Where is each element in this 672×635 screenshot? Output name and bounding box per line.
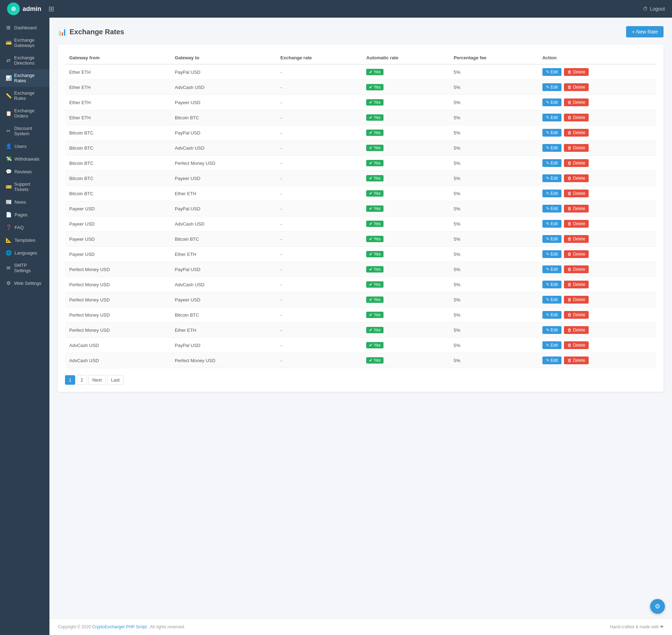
col-header-gateway_from: Gateway from <box>65 52 171 64</box>
sidebar-item-withdrawals[interactable]: 💸 Withdrawals <box>0 152 49 165</box>
sidebar-icon-pages: 📄 <box>6 212 12 217</box>
footer-link[interactable]: CryptoExchanger PHP Script <box>92 624 147 629</box>
cell-gateway-from: Bitcoin BTC <box>65 186 171 201</box>
edit-button[interactable]: ✎ Edit <box>542 114 561 121</box>
edit-button[interactable]: ✎ Edit <box>542 159 561 167</box>
delete-button[interactable]: 🗑 Delete <box>564 129 589 137</box>
sidebar-item-discount-system[interactable]: ✂ Discount System <box>0 122 49 140</box>
cell-gateway-to: AdvCash USD <box>171 80 276 95</box>
sidebar-item-exchange-orders[interactable]: 📋 Exchange Orders <box>0 104 49 122</box>
edit-button[interactable]: ✎ Edit <box>542 341 561 349</box>
delete-button[interactable]: 🗑 Delete <box>564 250 589 258</box>
sidebar-item-templates[interactable]: 📐 Templates <box>0 234 49 246</box>
delete-button[interactable]: 🗑 Delete <box>564 190 589 197</box>
edit-button[interactable]: ✎ Edit <box>542 235 561 243</box>
page-btn-2[interactable]: 2 <box>77 375 87 385</box>
delete-button[interactable]: 🗑 Delete <box>564 144 589 152</box>
sidebar-label-exchange-directions: Exchange Directions <box>14 55 44 66</box>
page-title: 📊 Exchange Rates <box>58 28 124 36</box>
sidebar-icon-support-tickets: 🎫 <box>6 184 11 190</box>
edit-button[interactable]: ✎ Edit <box>542 250 561 258</box>
yes-badge: ✔ Yes <box>366 160 383 166</box>
edit-button[interactable]: ✎ Edit <box>542 68 561 76</box>
delete-button[interactable]: 🗑 Delete <box>564 220 589 228</box>
sidebar-item-web-settings[interactable]: ⚙ Web Settings <box>0 277 49 289</box>
sidebar-label-support-tickets: Support Tickets <box>14 181 44 192</box>
delete-button[interactable]: 🗑 Delete <box>564 114 589 121</box>
sidebar-item-exchange-rates[interactable]: 📊 Exchange Rates <box>0 69 49 87</box>
page-btn-1[interactable]: 1 <box>65 375 75 385</box>
edit-button[interactable]: ✎ Edit <box>542 281 561 288</box>
edit-button[interactable]: ✎ Edit <box>542 190 561 197</box>
delete-button[interactable]: 🗑 Delete <box>564 281 589 288</box>
sidebar-item-languages[interactable]: 🌐 Languages <box>0 246 49 259</box>
sidebar-item-reviews[interactable]: 💬 Reviews <box>0 165 49 178</box>
sidebar-icon-exchange-rates: 📊 <box>6 75 11 81</box>
edit-button[interactable]: ✎ Edit <box>542 357 561 364</box>
fab-button[interactable]: ⚙ <box>650 599 665 614</box>
sidebar-item-users[interactable]: 👤 Users <box>0 140 49 152</box>
edit-button[interactable]: ✎ Edit <box>542 83 561 91</box>
cell-gateway-to: AdvCash USD <box>171 140 276 156</box>
edit-button[interactable]: ✎ Edit <box>542 129 561 137</box>
delete-button[interactable]: 🗑 Delete <box>564 83 589 91</box>
edit-button[interactable]: ✎ Edit <box>542 220 561 228</box>
sidebar-item-exchange-rules[interactable]: 📏 Exchange Rules <box>0 87 49 104</box>
delete-button[interactable]: 🗑 Delete <box>564 174 589 182</box>
delete-button[interactable]: 🗑 Delete <box>564 311 589 319</box>
sidebar-item-smtp-settings[interactable]: ✉ SMTP Settings <box>0 259 49 277</box>
cell-action: ✎ Edit 🗑 Delete <box>538 353 656 368</box>
delete-button[interactable]: 🗑 Delete <box>564 341 589 349</box>
sidebar-icon-withdrawals: 💸 <box>6 156 12 162</box>
cell-gateway-from: Bitcoin BTC <box>65 140 171 156</box>
delete-button[interactable]: 🗑 Delete <box>564 159 589 167</box>
table-row: Perfect Money USDPayeer USD-✔ Yes5% ✎ Ed… <box>65 292 656 307</box>
yes-badge: ✔ Yes <box>366 236 383 242</box>
delete-button[interactable]: 🗑 Delete <box>564 235 589 243</box>
new-rate-button[interactable]: + New Rate <box>626 26 664 37</box>
cell-gateway-to: PayPal USD <box>171 262 276 277</box>
edit-button[interactable]: ✎ Edit <box>542 296 561 304</box>
sidebar-item-news[interactable]: 📰 News <box>0 196 49 208</box>
sidebar-item-support-tickets[interactable]: 🎫 Support Tickets <box>0 178 49 196</box>
next-button[interactable]: Next <box>88 375 106 385</box>
table-row: Perfect Money USDPayPal USD-✔ Yes5% ✎ Ed… <box>65 262 656 277</box>
delete-button[interactable]: 🗑 Delete <box>564 357 589 364</box>
delete-button[interactable]: 🗑 Delete <box>564 68 589 76</box>
sidebar-item-pages[interactable]: 📄 Pages <box>0 208 49 221</box>
cell-automatic-rate: ✔ Yes <box>362 201 450 216</box>
cell-automatic-rate: ✔ Yes <box>362 125 450 140</box>
edit-button[interactable]: ✎ Edit <box>542 205 561 212</box>
edit-button[interactable]: ✎ Edit <box>542 174 561 182</box>
cell-automatic-rate: ✔ Yes <box>362 156 450 171</box>
table-row: Bitcoin BTCAdvCash USD-✔ Yes5% ✎ Edit 🗑 … <box>65 140 656 156</box>
sidebar-item-faq[interactable]: ❓ FAQ <box>0 221 49 234</box>
edit-button[interactable]: ✎ Edit <box>542 98 561 106</box>
cell-automatic-rate: ✔ Yes <box>362 353 450 368</box>
delete-button[interactable]: 🗑 Delete <box>564 205 589 212</box>
cell-gateway-from: Ether ETH <box>65 110 171 125</box>
logout-button[interactable]: ⏱ Logout <box>643 6 665 12</box>
sidebar-item-dashboard[interactable]: ⊞ Dashboard <box>0 21 49 34</box>
cell-gateway-from: Bitcoin BTC <box>65 156 171 171</box>
edit-button[interactable]: ✎ Edit <box>542 265 561 273</box>
edit-button[interactable]: ✎ Edit <box>542 311 561 319</box>
delete-button[interactable]: 🗑 Delete <box>564 296 589 304</box>
delete-button[interactable]: 🗑 Delete <box>564 265 589 273</box>
edit-button[interactable]: ✎ Edit <box>542 144 561 152</box>
delete-button[interactable]: 🗑 Delete <box>564 326 589 334</box>
table-row: Bitcoin BTCPerfect Money USD-✔ Yes5% ✎ E… <box>65 156 656 171</box>
last-button[interactable]: Last <box>107 375 124 385</box>
yes-badge: ✔ Yes <box>366 251 383 257</box>
yes-badge: ✔ Yes <box>366 69 383 75</box>
sidebar-item-exchange-directions[interactable]: ⇄ Exchange Directions <box>0 52 49 69</box>
delete-button[interactable]: 🗑 Delete <box>564 98 589 106</box>
grid-icon[interactable]: ⊞ <box>48 5 54 13</box>
cell-gateway-to: Ether ETH <box>171 247 276 262</box>
cell-action: ✎ Edit 🗑 Delete <box>538 125 656 140</box>
edit-button[interactable]: ✎ Edit <box>542 326 561 334</box>
sidebar-icon-exchange-orders: 📋 <box>6 110 11 116</box>
cell-percentage-fee: 5% <box>450 125 538 140</box>
cell-exchange-rate: - <box>276 140 362 156</box>
sidebar-item-exchange-gateways[interactable]: 💳 Exchange Gateways <box>0 34 49 52</box>
